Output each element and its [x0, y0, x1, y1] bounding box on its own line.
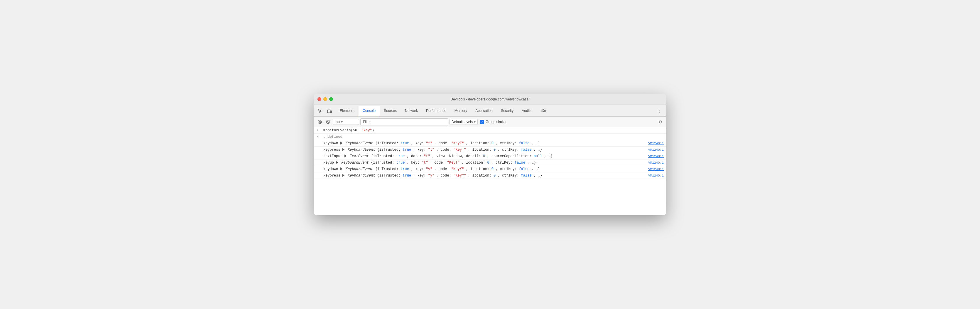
tab-application[interactable]: Application — [471, 106, 497, 116]
window-title: DevTools - developers.google.com/web/sho… — [450, 97, 529, 101]
tab-performance[interactable]: Performance — [422, 106, 450, 116]
tab-axe[interactable]: aXe — [536, 106, 550, 116]
inspect-icon[interactable] — [316, 107, 324, 115]
console-row: keydown KeyboardEvent {isTrusted: true ,… — [314, 140, 666, 147]
console-row: keydown KeyboardEvent {isTrusted: true ,… — [314, 166, 666, 173]
tab-elements[interactable]: Elements — [336, 106, 358, 116]
console-toolbar: top ▾ Default levels ▾ ✓ Group similar ⚙ — [314, 117, 666, 127]
svg-rect-0 — [328, 110, 330, 113]
levels-dropdown[interactable]: Default levels ▾ — [450, 119, 478, 125]
tab-network[interactable]: Network — [401, 106, 422, 116]
tab-bar: Elements Console Sources Network Perform… — [314, 105, 666, 117]
output-chevron-icon: ‹ — [317, 135, 319, 138]
console-row: keypress KeyboardEvent {isTrusted: true … — [314, 173, 666, 179]
filter-input[interactable] — [360, 118, 448, 125]
tab-memory[interactable]: Memory — [450, 106, 471, 116]
console-log-text: keydown KeyboardEvent {isTrusted: true ,… — [323, 141, 646, 146]
console-row: textInput TextEvent {isTrusted: true , d… — [314, 153, 666, 160]
group-similar-checkbox[interactable]: ✓ — [480, 120, 484, 124]
maximize-button[interactable] — [329, 97, 333, 101]
console-output: › monitorEvents($0, "key"); ‹ undefined … — [314, 127, 666, 215]
settings-button[interactable]: ⚙ — [657, 118, 664, 125]
console-log-text: keyup KeyboardEvent {isTrusted: true , k… — [323, 161, 646, 165]
console-row: › monitorEvents($0, "key"); — [314, 127, 666, 134]
expand-icon[interactable] — [340, 167, 342, 170]
console-log-text: keypress KeyboardEvent {isTrusted: true … — [323, 148, 646, 152]
console-row: ‹ undefined — [314, 134, 666, 140]
title-bar: DevTools - developers.google.com/web/sho… — [314, 94, 666, 105]
console-output-text: undefined — [323, 135, 664, 139]
tab-audits[interactable]: Audits — [517, 106, 536, 116]
traffic-lights — [318, 97, 333, 101]
group-similar-toggle[interactable]: ✓ Group similar — [480, 120, 506, 124]
source-link[interactable]: VM1240:1 — [648, 167, 664, 171]
source-link[interactable]: VM1240:1 — [648, 155, 664, 158]
dropdown-arrow-icon: ▾ — [341, 120, 343, 124]
device-toolbar-icon[interactable] — [326, 107, 333, 115]
console-row: keyup KeyboardEvent {isTrusted: true , k… — [314, 160, 666, 166]
console-input-text: monitorEvents($0, "key"); — [323, 128, 664, 133]
tab-bar-right: ⋮ — [655, 109, 664, 116]
console-log-text: textInput TextEvent {isTrusted: true , d… — [323, 154, 646, 159]
clear-console-button[interactable] — [316, 118, 323, 125]
source-link[interactable]: VM1240:1 — [648, 174, 664, 178]
minimize-button[interactable] — [323, 97, 327, 101]
context-selector[interactable]: top ▾ — [333, 119, 359, 125]
block-icon[interactable] — [325, 118, 332, 125]
source-link[interactable]: VM1240:1 — [648, 142, 664, 145]
expand-icon[interactable] — [336, 161, 338, 164]
expand-icon[interactable] — [340, 142, 342, 144]
devtools-window: DevTools - developers.google.com/web/sho… — [314, 94, 666, 215]
more-tabs-button[interactable]: ⋮ — [655, 109, 664, 115]
expand-icon[interactable] — [344, 155, 347, 157]
levels-arrow-icon: ▾ — [474, 120, 476, 124]
svg-rect-1 — [330, 111, 332, 113]
input-chevron-icon: › — [317, 129, 319, 132]
source-link[interactable]: VM1240:1 — [648, 161, 664, 165]
svg-line-6 — [327, 121, 329, 123]
tab-console[interactable]: Console — [358, 106, 380, 116]
source-link[interactable]: VM1240:1 — [648, 148, 664, 152]
close-button[interactable] — [318, 97, 321, 101]
console-log-text: keydown KeyboardEvent {isTrusted: true ,… — [323, 167, 646, 171]
tab-security[interactable]: Security — [497, 106, 517, 116]
console-row: keypress KeyboardEvent {isTrusted: true … — [314, 147, 666, 153]
console-log-text: keypress KeyboardEvent {isTrusted: true … — [323, 174, 646, 178]
expand-icon[interactable] — [342, 148, 344, 151]
tab-bar-icons — [316, 107, 333, 116]
expand-icon[interactable] — [342, 174, 344, 177]
tab-sources[interactable]: Sources — [380, 106, 401, 116]
